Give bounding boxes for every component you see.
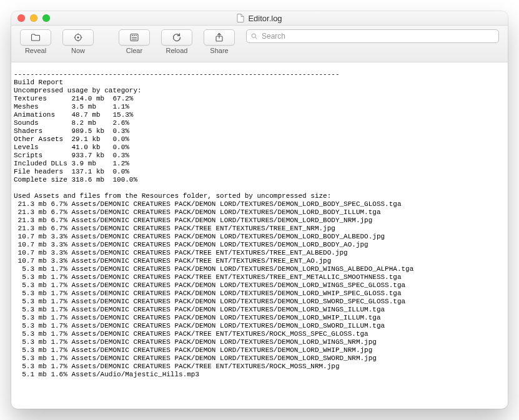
tool-now: Now [62, 29, 94, 54]
titlebar[interactable]: Editor.log [11, 11, 508, 26]
tool-reveal: Reveal [20, 29, 51, 54]
reload-button[interactable] [161, 29, 192, 46]
tool-label: Clear [126, 47, 142, 54]
clear-button[interactable] [119, 29, 150, 46]
svg-point-5 [136, 35, 137, 36]
share-button[interactable] [204, 29, 235, 46]
tool-label: Share [210, 47, 228, 54]
reveal-button[interactable] [20, 29, 51, 46]
now-button[interactable] [62, 29, 94, 46]
tool-clear: Clear [119, 29, 150, 54]
svg-point-3 [132, 35, 133, 36]
search-input[interactable]: Search [246, 29, 499, 43]
document-icon [237, 14, 244, 22]
tool-label: Reload [166, 47, 188, 54]
tool-reload: Reload [161, 29, 192, 54]
window: Editor.log Reveal [11, 11, 508, 409]
traffic-lights [11, 14, 50, 22]
log-content[interactable]: ----------------------------------------… [11, 69, 508, 402]
minimize-button[interactable] [30, 14, 37, 22]
clear-icon [129, 32, 139, 42]
share-icon [214, 32, 224, 42]
svg-point-1 [77, 37, 79, 39]
folder-icon [31, 32, 41, 42]
zoom-button[interactable] [42, 14, 50, 22]
window-title: Editor.log [248, 14, 282, 23]
search-icon [250, 32, 258, 40]
close-button[interactable] [17, 14, 25, 22]
svg-point-4 [134, 35, 135, 36]
tool-share: Share [204, 29, 235, 54]
toolbar: Reveal Now [11, 26, 508, 62]
reload-icon [172, 32, 182, 42]
tool-label: Reveal [25, 47, 46, 54]
search-placeholder: Search [262, 32, 285, 41]
tool-label: Now [71, 47, 85, 54]
target-location-icon [73, 32, 83, 42]
